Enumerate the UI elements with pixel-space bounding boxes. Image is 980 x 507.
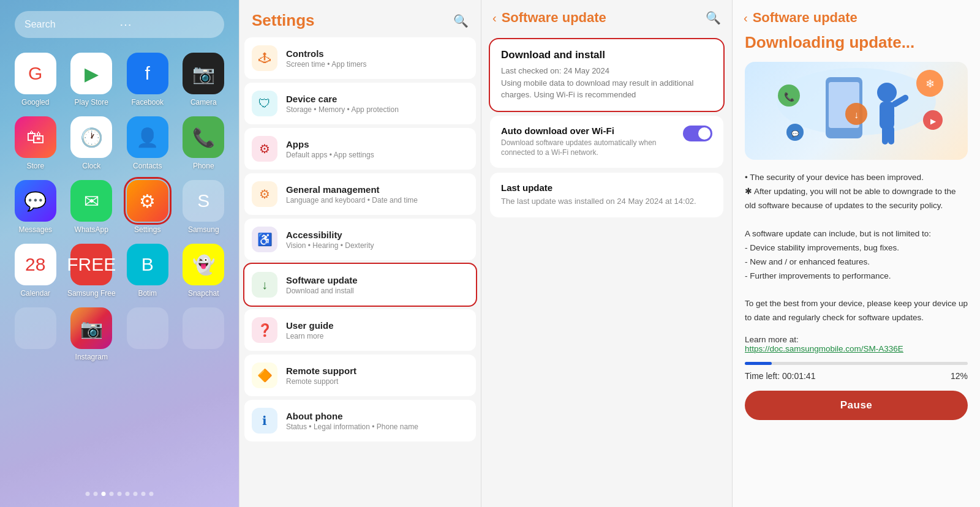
app-item-samsung[interactable]: SSamsung: [178, 180, 230, 234]
settings-item-sub-software_update: Download and install: [286, 287, 469, 295]
back-arrow-icon[interactable]: ‹: [492, 11, 497, 25]
downloading-header: ‹ Software update: [733, 0, 980, 33]
app-item-instagram[interactable]: 📷Instagram: [66, 307, 118, 361]
download-install-sub: Last checked on: 24 May 2024Using mobile…: [501, 65, 712, 101]
settings-icon-accessibility: ♿: [252, 227, 277, 252]
page-dot-8: [149, 492, 154, 496]
app-item-phone[interactable]: 📞Phone: [178, 116, 230, 170]
app-item-messages[interactable]: 💬Messages: [10, 180, 61, 234]
app-item-insta_row_empty1[interactable]: ●: [10, 307, 61, 361]
app-item-store[interactable]: 🛍Store: [10, 116, 61, 170]
app-item-settings[interactable]: ⚙Settings: [122, 180, 173, 234]
settings-icon-controls: 🕹: [252, 45, 277, 71]
app-item-clock[interactable]: 🕐Clock: [66, 116, 118, 170]
app-label-samsung: Samsung: [188, 225, 219, 234]
app-label-camera: Camera: [190, 98, 217, 107]
settings-item-about_phone[interactable]: ℹ About phone Status • Legal information…: [244, 400, 476, 441]
app-icon-store: 🛍: [15, 116, 56, 158]
page-dot-0: [86, 492, 90, 496]
app-icon-insta_row_empty1: ●: [15, 307, 56, 349]
app-icon-playstore: ▶: [70, 53, 112, 94]
progress-bar-fill: [745, 362, 772, 365]
learn-more-link[interactable]: https://doc.samsungmobile.com/SM-A336E: [745, 344, 903, 353]
app-item-contacts[interactable]: 👤Contacts: [122, 116, 173, 170]
app-icon-clock: 🕐: [70, 116, 112, 158]
settings-item-remote_support[interactable]: 🔶 Remote support Remote support: [244, 355, 476, 396]
app-label-calendar: Calendar: [20, 289, 50, 298]
page-dot-1: [94, 492, 98, 496]
downloading-body: Downloading update...: [733, 33, 980, 507]
download-install-title: Download and install: [501, 49, 712, 61]
app-label-contacts: Contacts: [133, 162, 162, 170]
app-item-botim[interactable]: BBotim: [122, 244, 173, 298]
home-screen: Search ⋯ GGoogled▶Play StorefFacebook📷Ca…: [0, 0, 239, 507]
app-item-playstore[interactable]: ▶Play Store: [66, 53, 118, 107]
app-item-snapchat[interactable]: 👻Snapchat: [178, 244, 230, 298]
app-item-samsungfree[interactable]: FREESamsung Free: [66, 244, 118, 298]
progress-info-row: Time left: 00:01:41 12%: [745, 371, 968, 381]
app-label-botim: Botim: [138, 289, 157, 298]
settings-item-device_care[interactable]: 🛡 Device care Storage • Memory • App pro…: [244, 83, 476, 124]
app-icon-samsung: S: [183, 180, 224, 222]
downloading-notes: • The security of your device has been i…: [745, 171, 968, 325]
settings-item-sub-controls: Screen time • App timers: [286, 60, 469, 69]
settings-item-software_update[interactable]: ↓ Software update Download and install: [244, 264, 476, 306]
dl-description: A software update can include, but is no…: [745, 227, 968, 241]
settings-item-controls[interactable]: 🕹 Controls Screen time • App timers: [244, 37, 476, 79]
settings-item-title-user_guide: User guide: [286, 320, 469, 331]
search-bar[interactable]: Search ⋯: [15, 11, 224, 38]
settings-item-apps[interactable]: ⚙ Apps Default apps • App settings: [244, 128, 476, 170]
software-update-panel: ‹ Software update 🔍 Download and install…: [481, 0, 732, 507]
app-icon-contacts: 👤: [127, 116, 168, 158]
learn-more-section: Learn more at: https://doc.samsungmobile…: [745, 335, 968, 353]
app-icon-empty1: [127, 307, 168, 349]
app-item-calendar[interactable]: 28Calendar: [10, 244, 61, 298]
app-item-whatsapp[interactable]: ✉WhatsApp: [66, 180, 118, 234]
settings-icon-software_update: ↓: [252, 272, 277, 298]
app-item-empty1[interactable]: [122, 307, 173, 361]
app-item-empty2[interactable]: [178, 307, 230, 361]
settings-item-sub-accessibility: Vision • Hearing • Dexterity: [286, 241, 469, 250]
settings-icon-remote_support: 🔶: [252, 362, 277, 388]
app-icon-calendar: 28: [15, 244, 56, 285]
app-label-samsungfree: Samsung Free: [67, 289, 116, 298]
app-label-playstore: Play Store: [75, 98, 108, 107]
app-item-facebook[interactable]: fFacebook: [122, 53, 173, 107]
last-update-sub: The last update was installed on 24 May …: [501, 195, 712, 208]
page-dot-6: [134, 492, 138, 496]
pause-button[interactable]: Pause: [745, 391, 968, 420]
downloading-illustration: ❄ 📞 ▶ 💬 ↓: [745, 62, 968, 160]
settings-item-sub-remote_support: Remote support: [286, 377, 469, 386]
settings-item-user_guide[interactable]: ❓ User guide Learn more: [244, 309, 476, 351]
settings-item-accessibility[interactable]: ♿ Accessibility Vision • Hearing • Dexte…: [244, 219, 476, 260]
feature-item: New and / or enhanced features.: [745, 255, 968, 269]
settings-item-sub-user_guide: Learn more: [286, 332, 469, 340]
app-icon-facebook: f: [127, 53, 168, 94]
illustration-svg: ❄ 📞 ▶ 💬 ↓: [752, 65, 960, 157]
app-label-googled: Googled: [21, 98, 49, 107]
last-update-card: Last update The last update was installe…: [490, 173, 723, 217]
app-icon-phone: 📞: [183, 116, 224, 158]
app-item-googled[interactable]: GGoogled: [10, 53, 61, 107]
auto-download-title: Auto download over Wi-Fi: [501, 126, 673, 136]
app-icon-samsungfree: FREE: [70, 244, 112, 285]
app-label-facebook: Facebook: [131, 98, 164, 107]
menu-dots-icon[interactable]: ⋯: [119, 17, 214, 32]
auto-download-toggle[interactable]: [683, 126, 712, 141]
download-install-card[interactable]: Download and install Last checked on: 24…: [490, 39, 723, 111]
settings-header: Settings 🔍: [239, 0, 481, 37]
app-icon-camera: 📷: [183, 53, 224, 94]
settings-item-title-about_phone: About phone: [286, 411, 469, 421]
settings-item-general_mgmt[interactable]: ⚙ General management Language and keyboa…: [244, 173, 476, 215]
search-icon[interactable]: 🔍: [453, 13, 469, 28]
back-arrow-icon[interactable]: ‹: [744, 11, 748, 25]
search-icon[interactable]: 🔍: [706, 10, 721, 25]
svg-rect-8: [888, 126, 894, 145]
app-label-instagram: Instagram: [75, 353, 108, 361]
downloading-panel-title: Software update: [753, 10, 858, 26]
auto-download-row: Auto download over Wi-Fi Download softwa…: [490, 116, 723, 168]
last-update-title: Last update: [501, 182, 712, 193]
settings-item-title-accessibility: Accessibility: [286, 230, 469, 240]
auto-download-sub: Download software updates automatically …: [501, 138, 673, 159]
app-item-camera[interactable]: 📷Camera: [178, 53, 230, 107]
